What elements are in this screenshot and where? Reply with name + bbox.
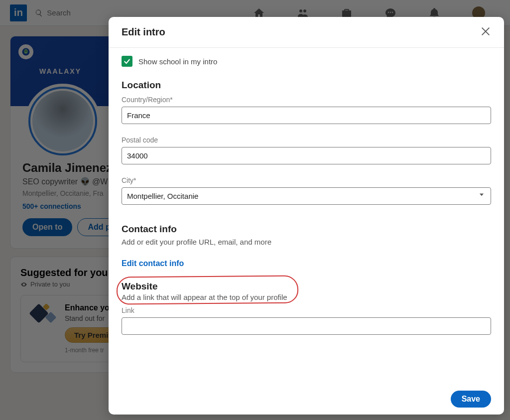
postal-input[interactable] — [122, 147, 491, 164]
contact-heading: Contact info — [122, 224, 491, 235]
modal-body[interactable]: Show school in my intro Location Country… — [109, 48, 504, 384]
modal-footer: Save — [109, 384, 504, 415]
website-heading: Website — [122, 281, 491, 292]
check-icon — [123, 57, 131, 65]
show-school-checkbox[interactable] — [122, 56, 132, 67]
country-label: Country/Region* — [122, 96, 491, 104]
save-button[interactable]: Save — [451, 391, 491, 408]
website-block: Website Add a link that will appear at t… — [122, 281, 491, 301]
save-label: Save — [462, 395, 480, 403]
contact-sub: Add or edit your profile URL, email, and… — [122, 238, 491, 246]
modal-header: Edit intro — [109, 17, 504, 48]
modal-close-button[interactable] — [480, 26, 491, 38]
city-label: City* — [122, 176, 491, 184]
edit-intro-modal: Edit intro Show school in my intro Locat… — [109, 17, 504, 415]
postal-label: Postal code — [122, 136, 491, 144]
show-school-label: Show school in my intro — [138, 57, 217, 66]
edit-contact-info-link[interactable]: Edit contact info — [122, 259, 184, 268]
chevron-down-icon — [478, 191, 485, 200]
close-icon — [480, 26, 491, 37]
city-select[interactable] — [122, 187, 491, 205]
modal-title: Edit intro — [122, 26, 165, 38]
link-label: Link — [122, 306, 491, 314]
website-sub: Add a link that will appear at the top o… — [122, 293, 491, 301]
location-heading: Location — [122, 80, 491, 91]
show-school-row[interactable]: Show school in my intro — [122, 56, 491, 67]
country-input[interactable] — [122, 107, 491, 124]
website-link-input[interactable] — [122, 317, 491, 335]
